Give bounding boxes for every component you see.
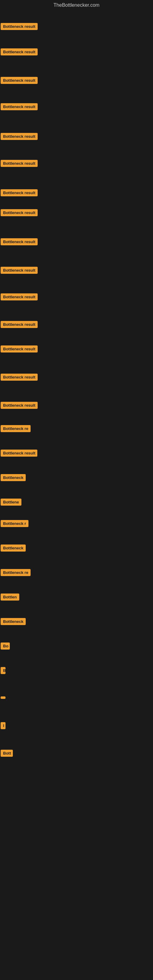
bottleneck-item: Bottleneck result (1, 267, 38, 275)
bottleneck-badge[interactable]: Bottleneck result (1, 209, 38, 216)
bottleneck-badge[interactable]: Bottleneck (1, 474, 26, 481)
bottleneck-item: Bottleneck re (1, 569, 30, 577)
bottleneck-item: Bottleneck result (1, 133, 38, 141)
bottleneck-item: Bottleneck result (1, 160, 38, 168)
bottleneck-badge[interactable] (1, 697, 5, 699)
bottleneck-badge[interactable]: Bottleneck result (1, 267, 38, 274)
bottleneck-item (1, 695, 5, 700)
bottleneck-badge[interactable]: Bottlene (1, 499, 21, 506)
bottleneck-item: Bottleneck r (1, 520, 29, 528)
bottleneck-badge[interactable]: Bottleneck (1, 618, 26, 625)
bottleneck-item: Bo (1, 643, 10, 651)
bottleneck-item: B (1, 667, 5, 675)
bottleneck-badge[interactable]: Bo (1, 643, 10, 649)
bottleneck-badge[interactable]: Bottleneck result (1, 345, 38, 353)
bottleneck-badge[interactable]: Bottleneck result (1, 48, 38, 56)
bottleneck-badge[interactable]: Bottlen (1, 593, 19, 601)
bottleneck-badge[interactable]: B (1, 667, 5, 674)
bottleneck-item: I (1, 722, 5, 730)
bottleneck-badge[interactable]: Bottleneck result (1, 133, 38, 140)
bottleneck-badge[interactable]: Bottleneck re (1, 425, 30, 432)
bottleneck-item: Bottleneck result (1, 345, 38, 354)
bottleneck-badge[interactable]: Bottleneck result (1, 189, 38, 196)
bottleneck-badge[interactable]: Bottleneck result (1, 238, 38, 245)
bottleneck-item: Bottleneck result (1, 238, 38, 247)
bottleneck-item: Bottleneck result (1, 209, 38, 218)
bottleneck-badge[interactable]: Bottleneck result (1, 402, 38, 409)
bottleneck-badge[interactable]: Bottleneck result (1, 103, 38, 110)
bottleneck-badge[interactable]: Bottleneck (1, 544, 26, 552)
bottleneck-item: Bottleneck result (1, 450, 37, 458)
bottleneck-item: Bottleneck (1, 544, 26, 553)
bottleneck-badge[interactable]: I (1, 722, 5, 729)
bottleneck-item: Bottleneck re (1, 425, 30, 433)
bottleneck-item: Bottleneck result (1, 189, 38, 197)
bottleneck-item: Bottleneck result (1, 374, 38, 382)
bottleneck-badge[interactable]: Bottleneck result (1, 160, 38, 167)
bottleneck-badge[interactable]: Bottleneck r (1, 520, 29, 527)
bottleneck-badge[interactable]: Bottleneck result (1, 23, 38, 30)
bottleneck-item: Bottleneck (1, 474, 26, 482)
bottleneck-item: Bottlen (1, 593, 19, 602)
bottleneck-item: Bottleneck result (1, 48, 38, 57)
bottleneck-item: Bottleneck (1, 618, 26, 626)
bottleneck-item: Bottleneck result (1, 103, 38, 111)
bottleneck-badge[interactable]: Bottleneck result (1, 374, 38, 381)
bottleneck-badge[interactable]: Bott (1, 750, 13, 757)
bottleneck-badge[interactable]: Bottleneck result (1, 321, 38, 328)
site-title: TheBottlenecker.com (0, 0, 153, 12)
bottleneck-badge[interactable]: Bottleneck re (1, 569, 30, 576)
bottleneck-item: Bottleneck result (1, 402, 38, 410)
bottleneck-item: Bott (1, 750, 13, 758)
bottleneck-item: Bottleneck result (1, 77, 38, 85)
bottleneck-item: Bottleneck result (1, 321, 38, 329)
bottleneck-badge[interactable]: Bottleneck result (1, 450, 37, 457)
bottleneck-item: Bottleneck result (1, 293, 38, 302)
bottleneck-badge[interactable]: Bottleneck result (1, 293, 38, 301)
bottleneck-item: Bottlene (1, 499, 21, 507)
bottleneck-item: Bottleneck result (1, 23, 38, 31)
bottleneck-badge[interactable]: Bottleneck result (1, 77, 38, 84)
